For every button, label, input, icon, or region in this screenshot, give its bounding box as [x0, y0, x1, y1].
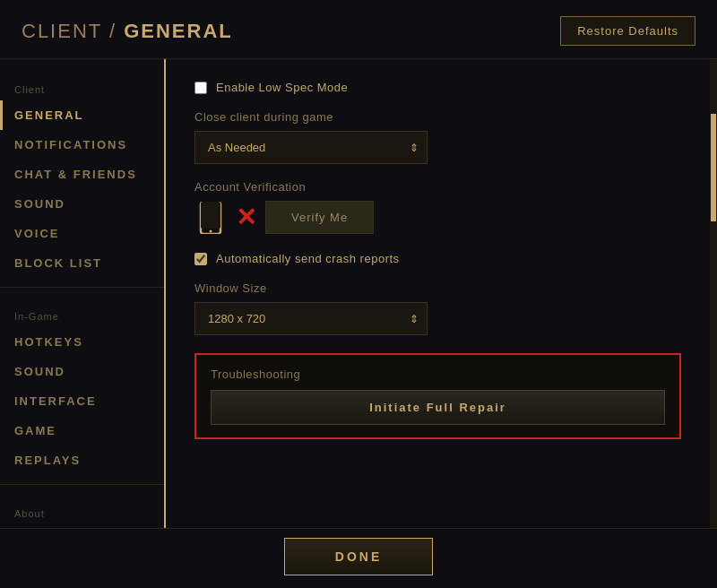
- verify-row: ✕ Verify Me: [194, 201, 681, 234]
- client-section-label: Client: [0, 74, 164, 100]
- initiate-full-repair-button[interactable]: Initiate Full Repair: [211, 390, 665, 425]
- main-layout: Client GENERAL NOTIFICATIONS CHAT & FRIE…: [0, 59, 717, 528]
- window-size-label: Window Size: [194, 281, 681, 295]
- low-spec-mode-checkbox[interactable]: [194, 82, 207, 94]
- verify-me-button[interactable]: Verify Me: [265, 201, 374, 234]
- account-verification-row: Account Verification ✕ Verify Me: [194, 180, 681, 234]
- close-client-label: Close client during game: [194, 110, 681, 124]
- window-size-select[interactable]: 1280 x 720 1920 x 1080 2560 x 1440: [194, 302, 428, 335]
- about-section-label: About: [0, 497, 164, 524]
- sidebar-item-game[interactable]: GAME: [0, 416, 164, 445]
- sidebar-item-chat-friends[interactable]: CHAT & FRIENDS: [0, 160, 164, 189]
- svg-rect-1: [201, 202, 220, 229]
- sidebar-item-replays[interactable]: REPLAYS: [0, 445, 164, 475]
- sidebar-item-sound-ingame[interactable]: SOUND: [0, 357, 164, 386]
- sidebar-item-general[interactable]: GENERAL: [0, 100, 164, 130]
- sidebar-item-voice[interactable]: VOICE: [0, 219, 164, 248]
- window-size-row: Window Size 1280 x 720 1920 x 1080 2560 …: [194, 281, 681, 335]
- close-client-select[interactable]: As Needed Never Always: [194, 131, 428, 164]
- low-spec-mode-label: Enable Low Spec Mode: [216, 81, 348, 94]
- x-mark-icon: ✕: [236, 205, 256, 230]
- sidebar-item-interface[interactable]: INTERFACE: [0, 386, 164, 416]
- sidebar-item-sound[interactable]: SOUND: [0, 189, 164, 219]
- scrollbar-thumb[interactable]: [711, 114, 716, 221]
- page-title: CLIENT / GENERAL: [22, 20, 233, 43]
- content-area: Enable Low Spec Mode Close client during…: [166, 59, 710, 528]
- scrollbar-track[interactable]: [710, 59, 717, 528]
- sidebar-item-notifications[interactable]: NOTIFICATIONS: [0, 130, 164, 160]
- crash-reports-checkbox[interactable]: [194, 253, 207, 265]
- low-spec-mode-row: Enable Low Spec Mode: [194, 81, 681, 94]
- troubleshooting-label: Troubleshooting: [211, 368, 665, 381]
- window-size-select-wrapper: 1280 x 720 1920 x 1080 2560 x 1440 ⇕: [194, 302, 428, 335]
- sidebar-item-hotkeys[interactable]: HOTKEYS: [0, 327, 164, 357]
- ingame-section-label: In-Game: [0, 300, 164, 327]
- restore-defaults-button[interactable]: Restore Defaults: [560, 16, 695, 46]
- close-client-select-wrapper: As Needed Never Always ⇕: [194, 131, 428, 164]
- account-verification-label: Account Verification: [194, 180, 681, 194]
- footer: DONE: [0, 528, 717, 588]
- done-button[interactable]: DONE: [284, 538, 433, 575]
- svg-point-2: [210, 229, 212, 232]
- troubleshooting-box: Troubleshooting Initiate Full Repair: [194, 353, 681, 439]
- header: CLIENT / GENERAL Restore Defaults: [0, 0, 717, 59]
- sidebar: Client GENERAL NOTIFICATIONS CHAT & FRIE…: [0, 59, 166, 528]
- phone-icon: [194, 202, 227, 234]
- close-client-row: Close client during game As Needed Never…: [194, 110, 681, 164]
- crash-reports-label: Automatically send crash reports: [216, 252, 400, 265]
- crash-reports-row: Automatically send crash reports: [194, 252, 681, 265]
- sidebar-item-block-list[interactable]: BLOCK LIST: [0, 248, 164, 278]
